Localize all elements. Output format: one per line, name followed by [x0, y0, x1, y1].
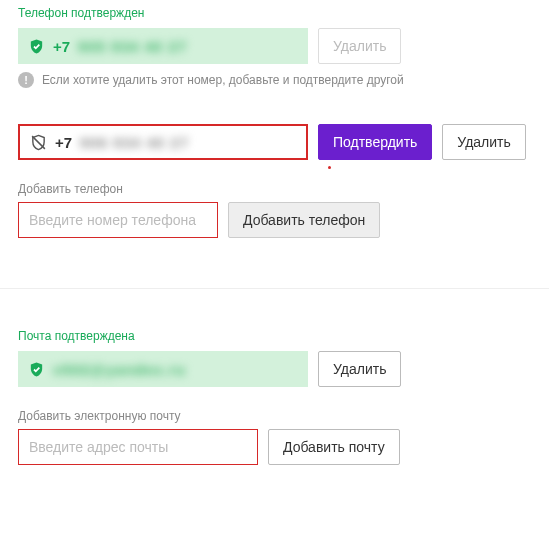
section-divider [0, 288, 549, 289]
delete-email-button[interactable]: Удалить [318, 351, 401, 387]
delete-confirmed-phone-button: Удалить [318, 28, 401, 64]
add-phone-label: Добавить телефон [18, 182, 531, 196]
unconfirmed-phone-prefix: +7 [55, 134, 72, 151]
confirmed-email-row: v502@yandex.ru Удалить [18, 351, 531, 387]
confirmed-phone-box: +7 905 934 40 27 [18, 28, 308, 64]
info-text: Если хотите удалить этот номер, добавьте… [42, 73, 404, 87]
unconfirmed-phone-number: 906 934 40 27 [80, 134, 189, 151]
add-phone-button[interactable]: Добавить телефон [228, 202, 380, 238]
phone-confirmed-label: Телефон подтвержден [18, 6, 531, 20]
confirmed-email-box: v502@yandex.ru [18, 351, 308, 387]
add-email-label: Добавить электронную почту [18, 409, 531, 423]
shield-off-icon [30, 134, 47, 151]
required-dot-icon [328, 166, 331, 169]
info-row: ! Если хотите удалить этот номер, добавь… [18, 72, 531, 88]
add-email-row: Добавить почту [18, 429, 531, 465]
confirmed-email-value: v502@yandex.ru [53, 361, 186, 378]
shield-check-icon [28, 361, 45, 378]
unconfirmed-phone-row: +7 906 934 40 27 Подтвердить Удалить [18, 124, 531, 160]
email-confirmed-label: Почта подтверждена [18, 329, 531, 343]
add-phone-row: Добавить телефон [18, 202, 531, 238]
phone-input[interactable] [18, 202, 218, 238]
email-input[interactable] [18, 429, 258, 465]
info-icon: ! [18, 72, 34, 88]
confirm-phone-button[interactable]: Подтвердить [318, 124, 432, 160]
shield-check-icon [28, 38, 45, 55]
confirmed-phone-prefix: +7 [53, 38, 70, 55]
delete-unconfirmed-phone-button[interactable]: Удалить [442, 124, 525, 160]
confirmed-phone-row: +7 905 934 40 27 Удалить [18, 28, 531, 64]
add-email-button[interactable]: Добавить почту [268, 429, 400, 465]
confirmed-phone-number: 905 934 40 27 [78, 38, 187, 55]
unconfirmed-phone-box: +7 906 934 40 27 [18, 124, 308, 160]
